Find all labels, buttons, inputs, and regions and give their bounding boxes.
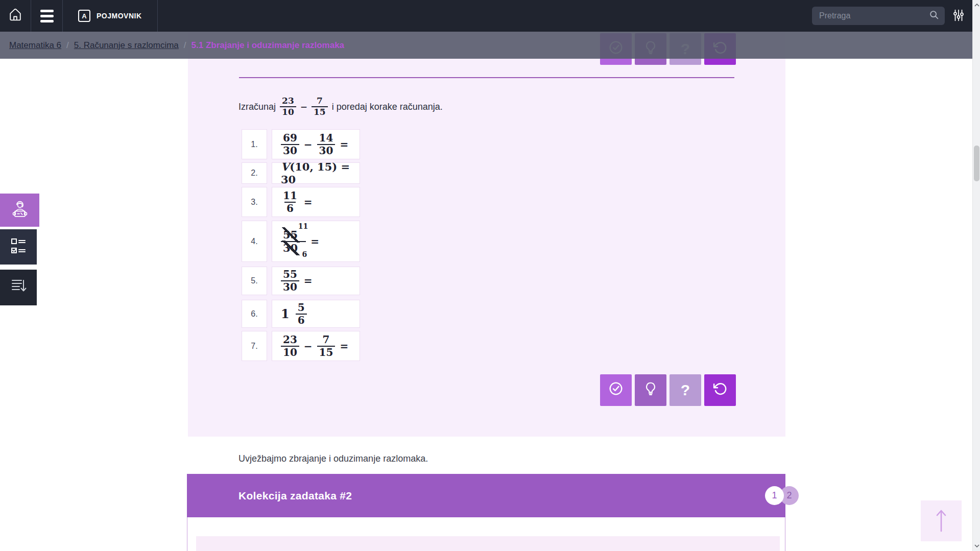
collection-banner: Kolekcija zadataka #2 1 2: [187, 474, 785, 517]
breadcrumb: Matematika 6 / 5. Računanje s razlomcima…: [0, 32, 972, 59]
step-6-expression: 1 56: [281, 302, 307, 326]
step-item-3[interactable]: 116 =: [272, 187, 360, 217]
home-button[interactable]: [0, 0, 31, 32]
step-5-expression: 5530 =: [281, 269, 313, 293]
sidebar-tab-contents[interactable]: [0, 270, 37, 305]
step-item-1[interactable]: 6930 − 1430 =: [272, 129, 360, 159]
glossary-button[interactable]: A POJMOVNIK: [63, 0, 158, 32]
main-menu-button[interactable]: [31, 0, 63, 32]
breadcrumb-separator: /: [66, 40, 69, 51]
collection-body: [187, 517, 785, 551]
step-item-4[interactable]: 5511 306 =: [272, 221, 360, 262]
check-circle-icon: [608, 380, 624, 400]
topbar-right-group: [812, 7, 972, 25]
step-number-3: 3.: [242, 187, 267, 217]
hamburger-menu-icon: [40, 10, 54, 22]
help-button[interactable]: ?: [670, 374, 701, 406]
step-item-6[interactable]: 1 56: [272, 300, 360, 328]
step-3-expression: 116 =: [281, 190, 313, 214]
arrow-up-icon: [934, 509, 948, 534]
reset-button[interactable]: [704, 374, 736, 406]
step-7-expression: 2310 − 715 =: [281, 334, 348, 358]
step-number-1: 1.: [242, 129, 267, 159]
search-box[interactable]: [812, 7, 945, 25]
settings-button[interactable]: [952, 9, 965, 23]
collection-title: Kolekcija zadataka #2: [238, 490, 352, 502]
collection-task-strip: [196, 536, 780, 551]
search-input[interactable]: [819, 11, 928, 20]
task-actions: ?: [600, 374, 736, 406]
glossary-a-icon: A: [78, 10, 90, 22]
minus-operator: −: [300, 102, 307, 112]
scrollbar-down-arrow[interactable]: [973, 542, 980, 550]
prompt-prefix: Izračunaj: [238, 102, 276, 112]
hint-button[interactable]: [635, 374, 666, 406]
step-number-6: 6.: [242, 300, 267, 328]
top-navigation-bar: A POJMOVNIK: [0, 0, 972, 32]
step-1-expression: 6930 − 1430 =: [281, 132, 348, 157]
step-number-2: 2.: [242, 162, 267, 184]
breadcrumb-link-matematika-6[interactable]: Matematika 6: [9, 40, 61, 51]
page: A POJMOVNIK: [0, 0, 980, 551]
practice-intro-text: Uvježbajmo zbrajanje i oduzimanje razlom…: [238, 453, 428, 464]
glossary-label: POJMOVNIK: [97, 12, 142, 20]
sliders-icon: [952, 9, 965, 23]
task-divider: [239, 77, 734, 78]
step-number-7: 7.: [242, 331, 267, 361]
prompt-suffix: i poredaj korake računanja.: [332, 102, 443, 112]
breadcrumb-current-page: 5.1 Zbrajanje i oduzimanje razlomaka: [192, 40, 345, 51]
breadcrumb-separator: /: [184, 40, 186, 51]
cancelled-fraction: 5511 306: [281, 229, 306, 253]
step-4-expression: 5511 306 =: [281, 229, 319, 253]
question-mark-icon: ?: [681, 381, 690, 399]
breadcrumb-link-chapter[interactable]: 5. Računanje s razlomcima: [74, 40, 179, 51]
step-2-expression: V(10, 15) = 30: [281, 160, 360, 186]
lightbulb-icon: [643, 381, 658, 400]
task-prompt: Izračunaj 23 10 − 7 15 i poredaj korake …: [238, 91, 443, 123]
check-answer-button[interactable]: [600, 374, 632, 406]
sidebar-tab-tasks[interactable]: [0, 229, 37, 265]
scrollbar-up-arrow[interactable]: [973, 1, 980, 9]
prompt-fraction-1: 23 10: [280, 96, 296, 117]
scrollbar-thumb[interactable]: [974, 146, 979, 181]
reset-icon: [712, 381, 728, 400]
prompt-fraction-2: 7 15: [312, 96, 328, 117]
step-item-5[interactable]: 5530 =: [272, 267, 360, 295]
teacher-avatar-icon: [8, 198, 32, 223]
step-number-5: 5.: [242, 267, 267, 295]
scroll-to-top-button[interactable]: [921, 500, 962, 541]
sidebar-tab-teacher[interactable]: [0, 194, 39, 227]
search-icon[interactable]: [928, 9, 940, 22]
step-item-2[interactable]: V(10, 15) = 30: [272, 162, 360, 184]
pager-page-1[interactable]: 1: [765, 486, 784, 505]
step-number-4: 4.: [242, 221, 267, 262]
home-icon: [9, 7, 22, 25]
page-scrollbar[interactable]: [972, 0, 980, 551]
list-down-icon: [7, 276, 30, 299]
checklist-icon: [7, 236, 30, 258]
step-item-7[interactable]: 2310 − 715 =: [272, 331, 360, 361]
